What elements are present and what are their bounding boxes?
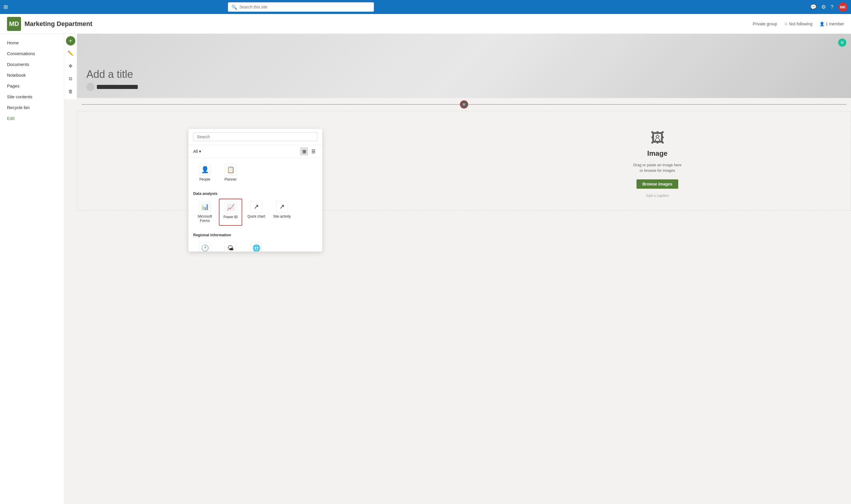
chat-icon[interactable]: 💬 [810, 4, 817, 10]
people-label: People [199, 177, 210, 182]
popup-content: 👤 People 📋 Planner Data analysis [189, 158, 322, 251]
webpart-clock[interactable]: 🕐 Clock [193, 240, 216, 251]
power-bi-label: Power BI [224, 215, 238, 220]
search-icon: 🔍 [231, 4, 237, 10]
webpart-microsoft-forms[interactable]: 📊 Microsoft Forms [193, 199, 216, 226]
settings-icon[interactable]: ⚙ [821, 4, 826, 10]
weather-icon: 🌤 [225, 242, 236, 251]
divider-line-left [82, 104, 460, 105]
top-bar: ⊞ 🔍 💬 ⚙ ? MK [0, 0, 851, 14]
waffle-icon[interactable]: ⊞ [3, 4, 8, 10]
search-input[interactable] [240, 5, 370, 9]
star-icon: ☆ [784, 22, 788, 26]
planner-label: Planner [225, 177, 236, 182]
hero-section: G Add a title [77, 34, 851, 98]
webpart-site-activity[interactable]: ↗ Site activity [270, 199, 294, 226]
quick-chart-label: Quick chart [247, 214, 265, 219]
chevron-down-icon: ▾ [199, 149, 201, 154]
filter-all-dropdown[interactable]: All ▾ [193, 149, 201, 154]
site-activity-icon: ↗ [276, 201, 288, 213]
clock-icon: 🕐 [199, 242, 211, 251]
avatar[interactable]: MK [838, 2, 848, 12]
page-tools: + ✏️ ✥ ⧉ 🗑 [64, 34, 77, 99]
grid-view-button[interactable]: ⊞ [300, 147, 308, 156]
sidebar-item-pages[interactable]: Pages [0, 80, 64, 91]
people-icon: 👤 [199, 164, 211, 176]
site-header: MD Marketing Department Private group ☆ … [0, 14, 851, 34]
regional-grid: 🕐 Clock 🌤 Weather 🌐 World clock [193, 240, 318, 251]
divider-line-right [468, 104, 846, 105]
add-section-button[interactable]: + [66, 36, 75, 46]
hero-avatar [86, 83, 94, 91]
sidebar-item-documents[interactable]: Documents [0, 59, 64, 70]
private-group-label: Private group [753, 22, 777, 26]
caption-right[interactable]: Add a caption [646, 193, 669, 198]
collaboration-grid: 👤 People 📋 Planner [193, 162, 318, 184]
planner-icon: 📋 [225, 164, 236, 176]
list-view-button[interactable]: ☰ [309, 147, 318, 156]
image-title-right: Image [647, 149, 668, 158]
webpart-planner[interactable]: 📋 Planner [219, 162, 242, 184]
webpart-picker-popup: All ▾ ⊞ ☰ 👤 [188, 129, 322, 252]
move-tool-icon[interactable]: ✥ [65, 61, 76, 71]
popup-search-input[interactable] [193, 132, 318, 141]
webpart-weather[interactable]: 🌤 Weather [219, 240, 242, 251]
content-area: G Add a title ✕ 🖼 Image Drag or paste an… [77, 34, 851, 504]
member-count: 👤 1 member [819, 22, 844, 26]
quick-chart-icon: ↗ [250, 201, 262, 213]
image-text-right: Drag or paste an image here or browse fo… [633, 162, 681, 174]
hero-name-bar [97, 85, 138, 89]
grammarly-icon: G [838, 38, 846, 47]
sidebar-item-home[interactable]: Home [0, 37, 64, 48]
sidebar-item-notebook[interactable]: Notebook [0, 70, 64, 80]
browse-images-button-right[interactable]: Browse images [637, 179, 678, 189]
delete-tool-icon[interactable]: 🗑 [65, 86, 76, 97]
microsoft-forms-icon: 📊 [199, 201, 211, 213]
search-bar[interactable]: 🔍 [228, 2, 374, 12]
hero-user [86, 83, 842, 91]
microsoft-forms-label: Microsoft Forms [194, 214, 215, 223]
popup-search-area [189, 129, 322, 145]
site-title: Marketing Department [24, 20, 92, 28]
sidebar-item-site-contents[interactable]: Site contents [0, 91, 64, 102]
popup: All ▾ ⊞ ☰ 👤 [188, 129, 322, 252]
power-bi-icon: 📈 [225, 201, 236, 213]
webpart-power-bi[interactable]: 📈 Power BI [219, 199, 242, 226]
webpart-people[interactable]: 👤 People [193, 162, 216, 184]
world-clock-icon: 🌐 [250, 242, 262, 251]
site-header-right: Private group ☆ Not following 👤 1 member [753, 22, 844, 26]
data-analysis-grid: 📊 Microsoft Forms 📈 Power BI ↗ Quick cha… [193, 199, 318, 226]
section-divider: ✕ [77, 98, 851, 111]
hero-title[interactable]: Add a title [86, 68, 842, 80]
copy-tool-icon[interactable]: ⧉ [65, 73, 76, 84]
person-icon: 👤 [819, 22, 825, 26]
sidebar-item-recycle-bin[interactable]: Recycle bin [0, 102, 64, 113]
edit-tool-icon[interactable]: ✏️ [65, 48, 76, 58]
sidebar-item-conversations[interactable]: Conversations [0, 48, 64, 59]
main-layout: Home Conversations Documents Notebook Pa… [0, 34, 851, 504]
sidebar-edit[interactable]: Edit [0, 113, 64, 124]
site-activity-label: Site activity [273, 214, 291, 219]
webpart-world-clock[interactable]: 🌐 World clock [245, 240, 268, 251]
help-icon[interactable]: ? [831, 4, 833, 10]
filter-view-icons: ⊞ ☰ [300, 147, 318, 156]
image-icon-right: 🖼 [651, 130, 664, 146]
top-bar-right: 💬 ⚙ ? MK [810, 2, 848, 12]
popup-filter-row: All ▾ ⊞ ☰ [189, 145, 322, 158]
close-section-button[interactable]: ✕ [460, 100, 468, 108]
data-analysis-label: Data analysis [193, 189, 318, 196]
right-image-webpart: 🖼 Image Drag or paste an image here or b… [464, 111, 851, 210]
regional-information-label: Regional information [193, 230, 318, 237]
webpart-quick-chart[interactable]: ↗ Quick chart [245, 199, 268, 226]
not-following-button[interactable]: ☆ Not following [784, 22, 813, 26]
sidebar: Home Conversations Documents Notebook Pa… [0, 34, 64, 504]
site-logo: MD [7, 17, 21, 31]
webpart-section: 🖼 Image Drag or paste an image here or b… [77, 111, 851, 211]
